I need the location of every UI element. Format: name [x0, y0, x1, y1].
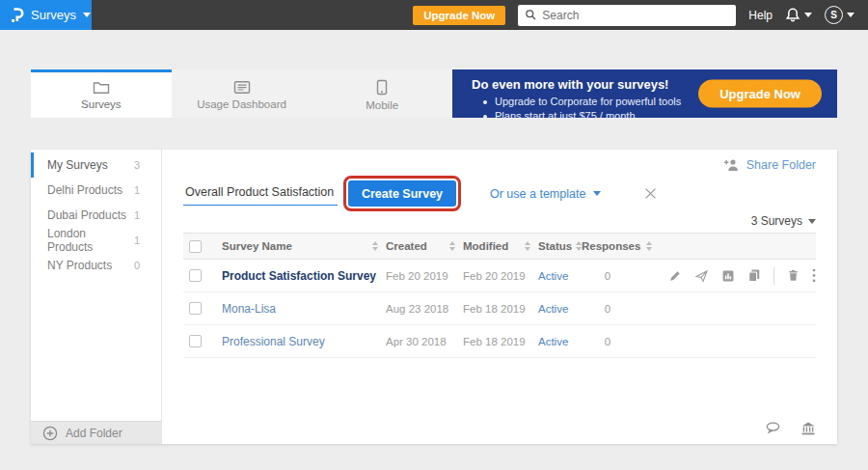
modified-date: Feb 18 2019	[463, 336, 526, 347]
header-created[interactable]: Created	[386, 240, 427, 252]
folder-label: London Products	[47, 227, 134, 254]
tab-label: Usage Dashboard	[197, 98, 286, 110]
chevron-down-icon	[804, 13, 812, 17]
folder-label: NY Products	[47, 259, 112, 272]
add-folder-label: Add Folder	[66, 427, 122, 440]
tab-usage-dashboard[interactable]: Usage Dashboard	[172, 69, 312, 118]
reports-icon[interactable]	[721, 269, 735, 283]
avatar: S	[825, 6, 843, 24]
send-icon[interactable]	[694, 269, 709, 283]
header-modified[interactable]: Modified	[463, 240, 508, 252]
duplicate-icon[interactable]	[747, 268, 761, 283]
survey-link[interactable]: Product Satisfaction Survey	[222, 269, 376, 283]
banner-upgrade-button[interactable]: Upgrade Now	[698, 80, 822, 108]
select-all-checkbox[interactable]	[189, 240, 202, 253]
archive-bank-icon[interactable]	[800, 421, 816, 436]
bell-icon	[785, 7, 800, 23]
table-row: Mona-Lisa Aug 23 2018 Feb 18 2019 Active…	[183, 292, 816, 325]
search-box[interactable]	[518, 5, 736, 26]
use-template-label: Or use a template	[490, 187, 585, 201]
delete-icon[interactable]	[787, 268, 800, 283]
help-link[interactable]: Help	[748, 9, 773, 22]
status-badge: Active	[538, 336, 568, 347]
modified-date: Feb 18 2019	[463, 303, 526, 315]
chevron-down-icon	[83, 13, 91, 17]
close-icon[interactable]	[643, 186, 658, 201]
add-folder-button[interactable]: Add Folder	[31, 421, 161, 444]
upgrade-banner: Do even more with your surveys! Upgrade …	[452, 69, 837, 118]
table-header: Survey Name Created Modified Status Resp…	[183, 233, 816, 260]
folder-label: Delhi Products	[47, 183, 122, 197]
header-responses[interactable]: Responses	[582, 240, 640, 252]
surveys-table: Survey Name Created Modified Status Resp…	[183, 233, 816, 358]
feedback-bubble-icon[interactable]	[765, 421, 781, 436]
responses-count: 0	[582, 336, 651, 347]
folder-label: My Surveys	[47, 158, 108, 172]
chevron-down-icon	[847, 13, 854, 17]
tab-label: Surveys	[81, 98, 122, 110]
tab-strip: Surveys Usage Dashboard Mobile	[31, 69, 452, 118]
survey-link[interactable]: Mona-Lisa	[222, 302, 276, 316]
sidebar-item-my-surveys[interactable]: My Surveys 3	[31, 152, 161, 178]
survey-name-input[interactable]	[183, 181, 338, 206]
sort-icon[interactable]	[525, 241, 530, 251]
chevron-down-icon	[593, 191, 601, 196]
share-folder-label: Share Folder	[746, 158, 816, 172]
app-menu[interactable]: Surveys	[0, 0, 92, 30]
sidebar-item-delhi-products[interactable]: Delhi Products 1	[31, 178, 161, 203]
table-row: Professional Survey Apr 30 2018 Feb 18 2…	[183, 325, 816, 358]
search-input[interactable]	[542, 9, 729, 22]
row-checkbox[interactable]	[189, 269, 202, 282]
create-survey-row: Create Survey Or use a template	[183, 176, 816, 211]
status-badge: Active	[538, 270, 568, 282]
sort-icon[interactable]	[449, 241, 455, 251]
use-template-dropdown[interactable]: Or use a template	[490, 187, 601, 201]
header-status[interactable]: Status	[538, 240, 572, 252]
row-checkbox[interactable]	[189, 335, 202, 347]
sidebar-item-dubai-products[interactable]: Dubai Products 1	[31, 203, 161, 228]
upgrade-now-button[interactable]: Upgrade Now	[413, 6, 505, 25]
folder-icon	[93, 80, 110, 95]
share-folder-button[interactable]: Share Folder	[183, 157, 816, 173]
chevron-down-icon	[808, 219, 816, 224]
top-bar: Surveys Upgrade Now Help S	[0, 0, 868, 30]
created-date: Apr 30 2018	[386, 336, 447, 347]
person-plus-icon	[723, 158, 740, 172]
proprofs-logo-icon	[10, 7, 24, 24]
notifications-menu[interactable]	[785, 7, 812, 23]
modified-date: Feb 20 2019	[463, 270, 526, 282]
banner-bullet: Plans start at just $75 / month	[472, 109, 837, 124]
sort-icon[interactable]	[372, 241, 378, 251]
responses-count: 0	[582, 270, 651, 282]
sidebar-item-ny-products[interactable]: NY Products 0	[31, 253, 161, 278]
row-checkbox[interactable]	[189, 302, 202, 315]
sidebar-item-london-products[interactable]: London Products 1	[31, 228, 161, 253]
highlight-annotation: Create Survey	[343, 176, 461, 211]
user-menu[interactable]: S	[825, 6, 854, 24]
responses-count: 0	[582, 303, 651, 315]
survey-link[interactable]: Professional Survey	[222, 335, 325, 348]
tab-surveys[interactable]: Surveys	[31, 69, 172, 118]
folder-label: Dubai Products	[47, 208, 126, 222]
create-survey-button[interactable]: Create Survey	[348, 180, 456, 207]
plus-circle-icon	[42, 426, 58, 441]
search-icon	[525, 9, 537, 21]
folder-count: 0	[134, 260, 140, 271]
survey-count-label: 3 Surveys	[751, 214, 802, 228]
survey-count-dropdown[interactable]: 3 Surveys	[183, 213, 816, 229]
app-menu-label: Surveys	[31, 8, 76, 22]
table-row: Product Satisfaction Survey Feb 20 2019 …	[183, 260, 816, 292]
edit-icon[interactable]	[668, 269, 682, 283]
tab-mobile[interactable]: Mobile	[312, 69, 452, 118]
surveys-panel: My Surveys 3 Delhi Products 1 Dubai Prod…	[31, 150, 837, 444]
dashboard-icon	[233, 80, 251, 95]
folder-count: 1	[134, 235, 140, 246]
mobile-icon	[376, 79, 388, 96]
folders-sidebar: My Surveys 3 Delhi Products 1 Dubai Prod…	[31, 150, 162, 444]
header-survey-name[interactable]: Survey Name	[222, 240, 292, 252]
divider	[773, 267, 774, 285]
created-date: Feb 20 2019	[386, 270, 448, 282]
sort-icon[interactable]	[646, 241, 652, 251]
more-options-icon[interactable]	[812, 268, 816, 283]
folder-count: 1	[134, 184, 140, 196]
